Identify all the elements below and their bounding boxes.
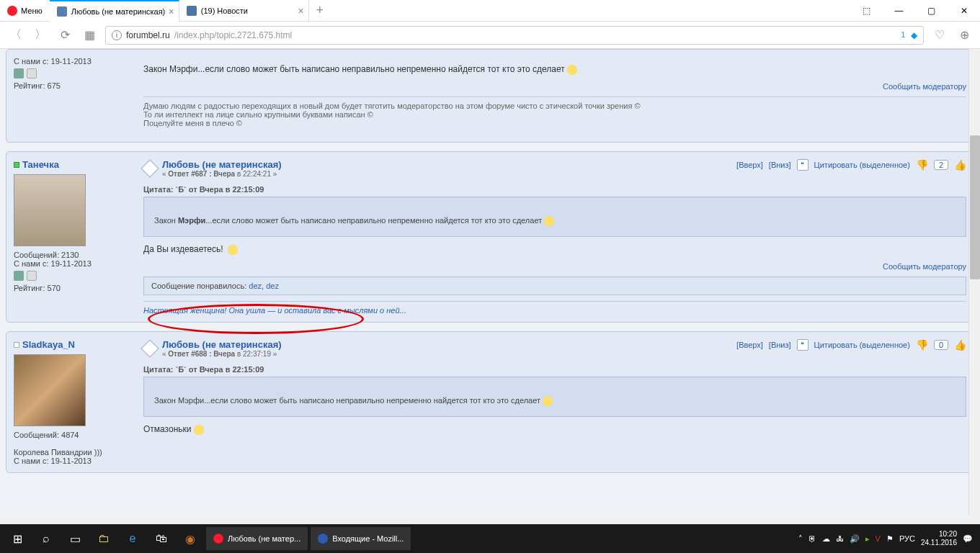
profile-icon[interactable] — [14, 68, 24, 78]
tab-close-icon[interactable]: × — [298, 5, 304, 17]
forum-post: Sladkaya_N Сообщений: 4874 Королева Пива… — [6, 331, 974, 473]
thumbs-up-icon[interactable]: 👍 — [954, 159, 966, 171]
tray-network-icon[interactable]: 🖧 — [836, 534, 844, 543]
url-domain: forumbel.ru — [126, 30, 170, 40]
posts-count-line: Сообщений: 2130 — [14, 251, 129, 259]
tray-onedrive-icon[interactable]: ☁ — [822, 534, 830, 544]
tray-nvidia-icon[interactable]: ▸ — [865, 534, 870, 544]
username-link[interactable]: Sladkaya_N — [22, 339, 75, 350]
nav-forward-button[interactable]: 〉 — [32, 27, 49, 44]
tab-title: Любовь (не материнская) — [71, 7, 166, 16]
app-icon[interactable]: ◉ — [176, 524, 205, 553]
smiley-icon — [544, 216, 554, 226]
adblock-count: 1 — [901, 31, 905, 39]
scroll-thumb[interactable] — [970, 135, 980, 279]
tray-security-icon[interactable]: ⛨ — [808, 534, 816, 543]
post-body-area: Любовь (не материнская) « Ответ #688 : В… — [136, 332, 974, 472]
window-panel-icon[interactable]: ⬚ — [850, 0, 883, 22]
avatar[interactable] — [14, 174, 86, 246]
task-view-icon[interactable]: ▭ — [61, 524, 89, 553]
nav-back-button[interactable]: 〈 — [7, 27, 24, 44]
bookmark-heart-icon[interactable]: ♡ — [931, 27, 948, 44]
scroll-down-link[interactable]: [Вниз] — [769, 161, 791, 169]
tray-flag-icon[interactable]: ⚑ — [886, 534, 894, 544]
topic-pin-icon — [141, 159, 159, 177]
tab-strip: Любовь (не материнская) × (19) Новости ×… — [50, 0, 850, 22]
file-explorer-icon[interactable]: 🗀 — [89, 524, 118, 553]
tray-app-icon[interactable]: V — [876, 534, 881, 543]
post-actions: [Вверх] [Вниз] ❝ Цитировать (выделенное)… — [736, 339, 966, 351]
tab-active[interactable]: Любовь (не материнская) × — [50, 0, 179, 22]
window-minimize-icon[interactable]: ― — [883, 0, 915, 22]
quote-link[interactable]: Цитировать (выделенное) — [814, 161, 910, 169]
notifications-icon[interactable]: 💬 — [963, 534, 973, 544]
report-link[interactable]: Сообщить модератору — [143, 82, 966, 91]
thumbs-down-icon[interactable]: 👎 — [916, 159, 928, 171]
post-title-link[interactable]: Любовь (не материнская) — [162, 339, 282, 350]
thunderbird-icon — [318, 534, 328, 544]
rating-line: Рейтинг: 675 — [14, 81, 129, 90]
address-bar: 〈 〉 ⟳ ▦ i forumbel.ru/index.php/topic,27… — [0, 22, 980, 49]
site-info-icon[interactable]: i — [112, 30, 122, 40]
post-text: Отмазоньки — [143, 424, 966, 435]
url-input[interactable]: i forumbel.ru/index.php/topic,2721.675.h… — [105, 26, 924, 45]
scroll-up-link[interactable]: [Вверх] — [736, 341, 763, 349]
joined-line: С нами с: 19-11-2013 — [14, 457, 129, 465]
smiley-icon — [228, 245, 238, 255]
username-link[interactable]: Танечка — [22, 159, 59, 170]
reload-button[interactable]: ⟳ — [56, 27, 74, 44]
post-title-link[interactable]: Любовь (не материнская) — [162, 159, 282, 170]
quote-header[interactable]: Цитата: `Б` от Вчера в 22:15:09 — [143, 185, 966, 194]
tab-vk[interactable]: (19) Новости × — [179, 0, 309, 22]
taskbar-app-opera[interactable]: Любовь (не матер... — [206, 527, 308, 550]
post-meta: « Ответ #687 : Вчера в 22:24:21 » — [162, 170, 282, 178]
forum-post: Танечка Сообщений: 2130 С нами с: 19-11-… — [6, 151, 974, 323]
new-tab-button[interactable]: + — [309, 0, 331, 22]
scroll-up-link[interactable]: [Вверх] — [736, 161, 763, 169]
language-indicator[interactable]: РУС — [899, 534, 915, 543]
download-icon[interactable]: ⊕ — [956, 27, 973, 44]
window-maximize-icon[interactable]: ▢ — [915, 0, 948, 22]
username-line: Танечка — [14, 159, 129, 170]
signature: Настоящая женщина! Она ушла — и оставила… — [143, 301, 966, 315]
taskbar-app-thunderbird[interactable]: Входящие - Mozill... — [311, 527, 411, 550]
post-sidebar: Танечка Сообщений: 2130 С нами с: 19-11-… — [6, 152, 136, 322]
report-link[interactable]: Сообщить модератору — [143, 262, 966, 271]
shield-icon[interactable]: ◆ — [911, 30, 917, 40]
start-button[interactable]: ⊞ — [3, 524, 32, 553]
message-icon[interactable] — [27, 271, 37, 281]
quote-selection-icon[interactable]: ❝ — [797, 339, 808, 351]
post-text: Да Вы издеваетесь! — [143, 244, 966, 255]
thumbs-up-icon[interactable]: 👍 — [954, 339, 966, 351]
edge-icon[interactable]: e — [118, 524, 147, 553]
search-icon[interactable]: ⌕ — [32, 524, 61, 553]
scroll-down-link[interactable]: [Вниз] — [769, 341, 791, 349]
post-body-area: Закон Мэрфи...если слово может быть напи… — [136, 50, 974, 142]
scrollbar[interactable] — [968, 49, 980, 516]
opera-menu-button[interactable]: Меню — [0, 6, 50, 16]
post-actions: [Вверх] [Вниз] ❝ Цитировать (выделенное)… — [736, 159, 966, 171]
avatar[interactable] — [14, 354, 86, 426]
post-body-area: Любовь (не материнская) « Ответ #687 : В… — [136, 152, 974, 322]
window-close-icon[interactable]: ✕ — [948, 0, 980, 22]
thumbs-down-icon[interactable]: 👎 — [916, 339, 928, 351]
tab-close-icon[interactable]: × — [169, 6, 174, 17]
user-action-icons — [14, 68, 129, 78]
store-icon[interactable]: 🛍 — [147, 524, 176, 553]
quote-selection-icon[interactable]: ❝ — [797, 159, 808, 171]
quote-link[interactable]: Цитировать (выделенное) — [814, 341, 910, 349]
clock[interactable]: 10:20 24.11.2016 — [921, 530, 957, 547]
favicon-icon — [57, 6, 67, 17]
posts-count-line: Сообщений: 4874 — [14, 431, 129, 439]
quote-header[interactable]: Цитата: `Б` от Вчера в 22:15:09 — [143, 365, 966, 374]
post-text: Закон Мэрфи...если слово может быть напи… — [143, 64, 966, 75]
smiley-icon — [543, 396, 553, 406]
opera-logo-icon — [213, 534, 223, 544]
message-icon[interactable] — [27, 68, 37, 78]
profile-icon[interactable] — [14, 271, 24, 281]
speed-dial-icon[interactable]: ▦ — [81, 27, 98, 44]
page-content: С нами с: 19-11-2013 Рейтинг: 675 Закон … — [0, 49, 980, 517]
liked-user-link[interactable]: dez, dez — [249, 282, 279, 290]
tray-volume-icon[interactable]: 🔊 — [850, 534, 860, 544]
tray-chevron-up-icon[interactable]: ˄ — [798, 534, 803, 544]
